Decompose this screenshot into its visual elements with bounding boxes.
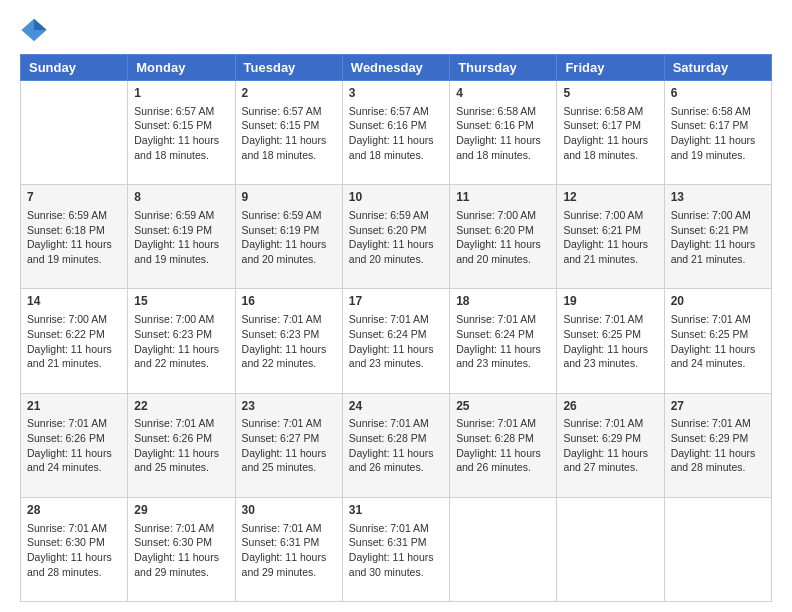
logo-icon [20,16,48,44]
day-header-thursday: Thursday [450,55,557,81]
day-info-line: Sunset: 6:24 PM [456,327,550,342]
day-info-line: Sunset: 6:19 PM [134,223,228,238]
calendar-cell: 29Sunrise: 7:01 AMSunset: 6:30 PMDayligh… [128,497,235,601]
date-number: 10 [349,189,443,206]
day-info-line: Sunrise: 6:57 AM [242,104,336,119]
calendar-cell: 14Sunrise: 7:00 AMSunset: 6:22 PMDayligh… [21,289,128,393]
day-info-line: Daylight: 11 hours [242,550,336,565]
date-number: 20 [671,293,765,310]
calendar-cell [450,497,557,601]
day-info-line: Sunrise: 7:00 AM [563,208,657,223]
day-info-line: Sunrise: 7:00 AM [27,312,121,327]
day-info-line: Sunrise: 7:01 AM [242,521,336,536]
day-info-line: Daylight: 11 hours [27,342,121,357]
date-number: 31 [349,502,443,519]
day-info-line: and 24 minutes. [27,460,121,475]
day-info-line: and 22 minutes. [242,356,336,371]
date-number: 11 [456,189,550,206]
day-info-line: Sunrise: 7:00 AM [671,208,765,223]
day-info-line: and 19 minutes. [671,148,765,163]
day-info-line: Sunset: 6:24 PM [349,327,443,342]
date-number: 3 [349,85,443,102]
day-info-line: and 29 minutes. [242,565,336,580]
date-number: 5 [563,85,657,102]
day-info-line: and 21 minutes. [27,356,121,371]
day-info-line: Sunset: 6:30 PM [27,535,121,550]
day-info-line: and 18 minutes. [242,148,336,163]
calendar-cell: 4Sunrise: 6:58 AMSunset: 6:16 PMDaylight… [450,81,557,185]
day-header-monday: Monday [128,55,235,81]
day-info-line: Daylight: 11 hours [349,237,443,252]
day-info-line: and 18 minutes. [349,148,443,163]
page: SundayMondayTuesdayWednesdayThursdayFrid… [0,0,792,612]
day-info-line: Sunrise: 6:58 AM [563,104,657,119]
day-info-line: and 26 minutes. [349,460,443,475]
day-info-line: Sunrise: 7:01 AM [349,312,443,327]
calendar-cell: 3Sunrise: 6:57 AMSunset: 6:16 PMDaylight… [342,81,449,185]
date-number: 26 [563,398,657,415]
day-info-line: and 28 minutes. [671,460,765,475]
day-info-line: Daylight: 11 hours [671,342,765,357]
calendar-cell: 11Sunrise: 7:00 AMSunset: 6:20 PMDayligh… [450,185,557,289]
header [20,16,772,44]
date-number: 22 [134,398,228,415]
day-info-line: Sunset: 6:18 PM [27,223,121,238]
day-header-saturday: Saturday [664,55,771,81]
day-info-line: Sunrise: 6:59 AM [349,208,443,223]
calendar-cell: 24Sunrise: 7:01 AMSunset: 6:28 PMDayligh… [342,393,449,497]
calendar-cell: 28Sunrise: 7:01 AMSunset: 6:30 PMDayligh… [21,497,128,601]
day-info-line: Sunset: 6:21 PM [563,223,657,238]
day-info-line: Sunset: 6:22 PM [27,327,121,342]
day-info-line: and 20 minutes. [349,252,443,267]
date-number: 29 [134,502,228,519]
day-info-line: Sunrise: 7:01 AM [456,312,550,327]
calendar-cell: 9Sunrise: 6:59 AMSunset: 6:19 PMDaylight… [235,185,342,289]
day-info-line: Daylight: 11 hours [242,133,336,148]
calendar-cell: 25Sunrise: 7:01 AMSunset: 6:28 PMDayligh… [450,393,557,497]
calendar-cell: 23Sunrise: 7:01 AMSunset: 6:27 PMDayligh… [235,393,342,497]
calendar-cell: 31Sunrise: 7:01 AMSunset: 6:31 PMDayligh… [342,497,449,601]
day-info-line: Daylight: 11 hours [242,342,336,357]
calendar-cell: 30Sunrise: 7:01 AMSunset: 6:31 PMDayligh… [235,497,342,601]
calendar-cell: 20Sunrise: 7:01 AMSunset: 6:25 PMDayligh… [664,289,771,393]
header-row: SundayMondayTuesdayWednesdayThursdayFrid… [21,55,772,81]
day-info-line: Sunset: 6:27 PM [242,431,336,446]
calendar-cell: 12Sunrise: 7:00 AMSunset: 6:21 PMDayligh… [557,185,664,289]
calendar-cell: 16Sunrise: 7:01 AMSunset: 6:23 PMDayligh… [235,289,342,393]
day-info-line: and 23 minutes. [563,356,657,371]
week-row-2: 7Sunrise: 6:59 AMSunset: 6:18 PMDaylight… [21,185,772,289]
day-info-line: Sunrise: 6:57 AM [349,104,443,119]
calendar-cell: 26Sunrise: 7:01 AMSunset: 6:29 PMDayligh… [557,393,664,497]
day-info-line: Sunset: 6:19 PM [242,223,336,238]
date-number: 25 [456,398,550,415]
date-number: 2 [242,85,336,102]
day-info-line: Sunset: 6:28 PM [456,431,550,446]
day-info-line: Sunrise: 7:00 AM [456,208,550,223]
day-info-line: and 18 minutes. [563,148,657,163]
day-info-line: Daylight: 11 hours [563,133,657,148]
day-info-line: Daylight: 11 hours [242,446,336,461]
week-row-4: 21Sunrise: 7:01 AMSunset: 6:26 PMDayligh… [21,393,772,497]
day-info-line: Daylight: 11 hours [671,237,765,252]
day-info-line: Sunset: 6:15 PM [134,118,228,133]
day-info-line: and 21 minutes. [671,252,765,267]
day-info-line: and 25 minutes. [134,460,228,475]
date-number: 24 [349,398,443,415]
date-number: 17 [349,293,443,310]
date-number: 19 [563,293,657,310]
calendar-cell: 17Sunrise: 7:01 AMSunset: 6:24 PMDayligh… [342,289,449,393]
day-info-line: Daylight: 11 hours [671,446,765,461]
day-info-line: Daylight: 11 hours [563,342,657,357]
day-info-line: Daylight: 11 hours [134,446,228,461]
day-info-line: Sunrise: 6:58 AM [671,104,765,119]
day-info-line: Daylight: 11 hours [456,133,550,148]
day-info-line: Sunset: 6:20 PM [349,223,443,238]
day-info-line: Daylight: 11 hours [134,550,228,565]
day-info-line: Daylight: 11 hours [242,237,336,252]
day-info-line: and 24 minutes. [671,356,765,371]
day-info-line: and 20 minutes. [242,252,336,267]
calendar-cell: 8Sunrise: 6:59 AMSunset: 6:19 PMDaylight… [128,185,235,289]
calendar-cell: 1Sunrise: 6:57 AMSunset: 6:15 PMDaylight… [128,81,235,185]
day-info-line: and 30 minutes. [349,565,443,580]
day-info-line: Sunrise: 6:59 AM [27,208,121,223]
